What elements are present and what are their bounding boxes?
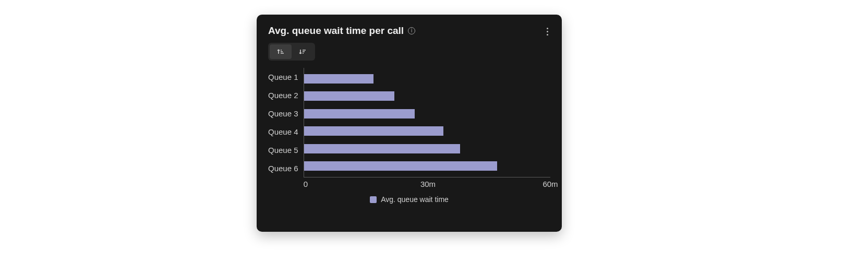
x-axis-tick-label: 0 xyxy=(304,180,308,188)
bar xyxy=(304,144,460,153)
legend-label: Avg. queue wait time xyxy=(381,195,449,204)
card-header: Avg. queue wait time per call i xyxy=(268,25,550,37)
chart-area: Queue 1Queue 2Queue 3Queue 4Queue 5Queue… xyxy=(268,68,550,223)
bar xyxy=(304,126,444,136)
bar xyxy=(304,161,497,171)
legend-swatch xyxy=(370,196,377,203)
bar xyxy=(304,74,374,84)
sort-desc-button[interactable] xyxy=(292,44,314,59)
bar xyxy=(304,91,394,101)
info-icon[interactable]: i xyxy=(408,27,415,34)
y-axis-tick-label: Queue 2 xyxy=(268,91,298,100)
y-axis-tick-label: Queue 4 xyxy=(268,127,298,136)
y-axis-tick-label: Queue 3 xyxy=(268,109,298,118)
chart-plot: Queue 1Queue 2Queue 3Queue 4Queue 5Queue… xyxy=(268,68,550,177)
sort-asc-button[interactable] xyxy=(270,44,292,59)
x-axis-tick-label: 30m xyxy=(420,180,436,188)
x-axis: 030m60m xyxy=(306,177,550,190)
legend: Avg. queue wait time xyxy=(268,195,550,204)
x-axis-tick-label: 60m xyxy=(542,180,558,188)
sort-asc-icon xyxy=(276,48,285,56)
y-axis-tick-label: Queue 6 xyxy=(268,164,298,173)
y-axis-labels: Queue 1Queue 2Queue 3Queue 4Queue 5Queue… xyxy=(268,68,304,177)
chart-card: Avg. queue wait time per call i Queue 1Q… xyxy=(257,15,562,232)
more-menu-icon[interactable] xyxy=(542,26,552,37)
sort-toggle xyxy=(268,43,315,61)
sort-desc-icon xyxy=(298,48,307,56)
bars-container xyxy=(304,68,550,177)
y-axis-tick-label: Queue 1 xyxy=(268,73,298,81)
card-title: Avg. queue wait time per call xyxy=(268,25,404,37)
y-axis-tick-label: Queue 5 xyxy=(268,146,298,155)
bar xyxy=(304,109,415,118)
